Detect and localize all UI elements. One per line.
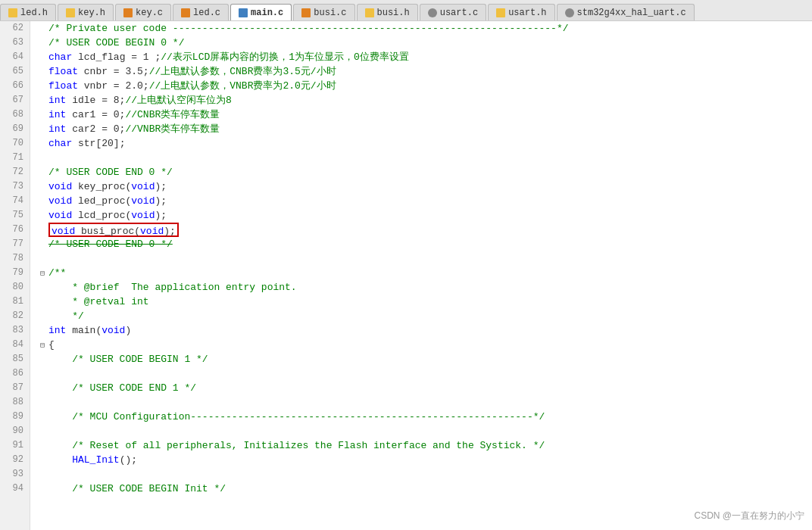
fold-space-91 [36,438,48,453]
line-num-62: 62 [6,21,23,36]
code-line-77: /* USER CODE END 0 */ [48,237,173,251]
code-line-70: char str[20]; [48,136,125,151]
fold-space-94 [36,482,48,496]
line-wrapper-67: int idle = 8;//上电默认空闲车位为8 [36,93,806,108]
line-num-84: 84 [6,338,23,352]
fold-space-78 [36,251,48,266]
code-line-87: /* USER CODE END 1 */ [48,381,196,395]
line-num-71: 71 [6,151,23,165]
line-wrapper-79: ⊟/** [36,266,806,280]
code-line-72: /* USER CODE END 0 */ [48,165,173,179]
fold-space-66 [36,79,48,93]
fold-icon-79[interactable]: ⊟ [36,266,48,280]
tab-busi-c[interactable]: busi.c [293,4,354,20]
line-num-82: 82 [6,309,23,323]
fold-space-64 [36,50,48,64]
tab-bar: led.hkey.hkey.cled.cmain.cbusi.cbusi.hus… [0,0,812,21]
stm32g4xx-hal-uart-c-label: stm32g4xx_hal_uart.c [577,8,686,18]
code-line-63: /* USER CODE BEGIN 0 */ [48,36,184,50]
line-num-78: 78 [6,251,23,266]
fold-space-85 [36,352,48,366]
line-wrapper-64: char lcd_flag = 1 ;//表示LCD屏幕内容的切换，1为车位显示… [36,50,806,64]
line-num-87: 87 [6,381,23,395]
code-area: /* Private user code -------------------… [30,21,812,530]
fold-space-62 [36,21,48,36]
fold-space-65 [36,64,48,79]
code-line-81: * @retval int [48,295,149,309]
key-c-label: key.c [136,8,163,18]
fold-space-70 [36,136,48,151]
line-wrapper-91: /* Reset of all peripherals, Initializes… [36,438,806,453]
line-num-77: 77 [6,237,23,251]
line-num-89: 89 [6,410,23,424]
line-num-86: 86 [6,366,23,381]
fold-icon-84[interactable]: ⊟ [36,338,48,352]
code-line-78 [48,251,55,266]
fold-space-90 [36,424,48,438]
fold-space-68 [36,108,48,122]
line-wrapper-72: /* USER CODE END 0 */ [36,165,806,179]
code-line-86 [48,366,55,381]
code-line-75: void lcd_proc(void); [48,208,167,223]
fold-space-69 [36,122,48,136]
code-line-71 [48,151,55,165]
line-num-92: 92 [6,453,23,467]
key-h-icon [66,8,75,17]
line-wrapper-66: float vnbr = 2.0;//上电默认参数，VNBR费率为2.0元/小时 [36,79,806,93]
fold-space-74 [36,194,48,208]
line-wrapper-65: float cnbr = 3.5;//上电默认参数，CNBR费率为3.5元/小时 [36,64,806,79]
code-line-89: /* MCU Configuration--------------------… [48,410,545,424]
code-line-85: /* USER CODE BEGIN 1 */ [48,352,208,366]
line-num-80: 80 [6,280,23,295]
line-wrapper-63: /* USER CODE BEGIN 0 */ [36,36,806,50]
line-wrapper-81: * @retval int [36,295,806,309]
line-wrapper-78 [36,251,806,266]
tab-usart-c[interactable]: usart.c [420,4,486,20]
fold-space-75 [36,208,48,223]
line-num-85: 85 [6,352,23,366]
line-wrapper-75: void lcd_proc(void); [36,208,806,223]
busi-h-label: busi.h [377,8,410,18]
line-wrapper-86 [36,366,806,381]
tab-stm32g4xx-hal-uart-c[interactable]: stm32g4xx_hal_uart.c [557,4,695,20]
code-line-67: int idle = 8;//上电默认空闲车位为8 [48,93,232,108]
line-wrapper-94: /* USER CODE BEGIN Init */ [36,482,806,496]
code-line-94: /* USER CODE BEGIN Init */ [48,482,226,496]
tab-led-c[interactable]: led.c [173,4,229,20]
line-num-65: 65 [6,64,23,79]
fold-space-71 [36,151,48,165]
line-wrapper-82: */ [36,309,806,323]
tab-key-h[interactable]: key.h [58,4,114,20]
fold-space-93 [36,467,48,482]
line-num-68: 68 [6,108,23,122]
led-c-icon [181,8,190,17]
line-wrapper-76: void busi_proc(void); [36,223,806,237]
code-line-83: int main(void) [48,323,131,338]
line-wrapper-84: ⊟{ [36,338,806,352]
fold-space-63 [36,36,48,50]
usart-h-icon [496,8,505,17]
main-c-label: main.c [251,8,283,18]
tab-busi-h[interactable]: busi.h [357,4,418,20]
tab-key-c[interactable]: key.c [115,4,171,20]
code-line-80: * @brief The application entry point. [48,280,297,295]
editor-area: 6263646566676869707172737475767778798081… [0,21,812,530]
line-num-79: 79 [6,266,23,280]
code-line-62: /* Private user code -------------------… [48,21,569,36]
fold-space-89 [36,410,48,424]
fold-space-77 [36,237,48,251]
line-num-72: 72 [6,165,23,179]
line-num-74: 74 [6,194,23,208]
line-num-75: 75 [6,208,23,223]
busi-c-icon [301,8,311,17]
fold-space-83 [36,323,48,338]
fold-space-82 [36,309,48,323]
tab-led-h[interactable]: led.h [0,4,56,20]
line-wrapper-74: void led_proc(void); [36,194,806,208]
fold-space-92 [36,453,48,467]
fold-space-87 [36,381,48,395]
tab-usart-h[interactable]: usart.h [488,4,554,20]
led-c-label: led.c [193,8,220,18]
line-wrapper-85: /* USER CODE BEGIN 1 */ [36,352,806,366]
tab-main-c[interactable]: main.c [230,4,292,20]
